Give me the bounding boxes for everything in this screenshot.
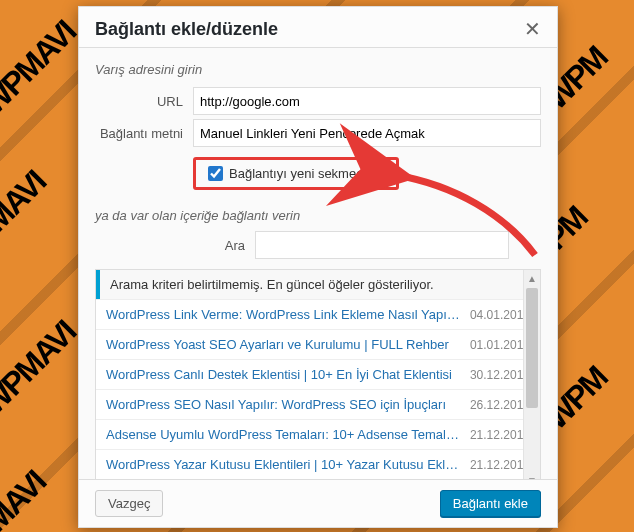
scroll-up-icon[interactable]: ▲ [524,270,540,286]
new-tab-label: Bağlantıyı yeni sekmede aç [229,166,388,181]
link-modal: Bağlantı ekle/düzenle ✕ Varış adresini g… [78,6,558,528]
list-item-date: 04.01.2017 [460,308,530,322]
list-info-banner: Arama kriteri belirtilmemiş. En güncel ö… [96,270,540,299]
list-item-title: WordPress SEO Nasıl Yapılır: WordPress S… [106,397,460,412]
list-item-date: 21.12.2016 [460,458,530,472]
search-row: Ara [95,231,541,259]
url-input[interactable] [193,87,541,115]
existing-content-hint: ya da var olan içeriğe bağlantı verin [95,208,541,223]
list-item[interactable]: Adsense Uyumlu WordPress Temaları: 10+ A… [96,419,540,449]
cancel-button[interactable]: Vazgeç [95,490,163,517]
list-item[interactable]: WordPress Canlı Destek Eklentisi | 10+ E… [96,359,540,389]
list-item[interactable]: WordPress Yoast SEO Ayarları ve Kurulumu… [96,329,540,359]
list-item-date: 26.12.2016 [460,398,530,412]
recent-items-list: Arama kriteri belirtilmemiş. En güncel ö… [95,269,541,489]
list-item-title: WordPress Yoast SEO Ayarları ve Kurulumu… [106,337,460,352]
url-row: URL [95,87,541,115]
list-item-title: WordPress Yazar Kutusu Eklentileri | 10+… [106,457,460,472]
link-text-label: Bağlantı metni [95,126,193,141]
new-tab-checkbox[interactable] [208,166,223,181]
scroll-thumb[interactable] [526,288,538,408]
list-item[interactable]: WordPress Link Verme: WordPress Link Ekl… [96,299,540,329]
modal-body: Varış adresini girin URL Bağlantı metni … [79,48,557,489]
list-item-title: WordPress Link Verme: WordPress Link Ekl… [106,307,460,322]
list-item-title: WordPress Canlı Destek Eklentisi | 10+ E… [106,367,460,382]
destination-hint: Varış adresini girin [95,62,541,77]
list-item-date: 30.12.2016 [460,368,530,382]
search-input[interactable] [255,231,509,259]
list-items: WordPress Link Verme: WordPress Link Ekl… [96,299,540,489]
new-tab-row: Bağlantıyı yeni sekmede aç [193,157,399,190]
url-label: URL [95,94,193,109]
close-icon[interactable]: ✕ [524,17,541,41]
modal-header: Bağlantı ekle/düzenle ✕ [79,7,557,48]
link-text-input[interactable] [193,119,541,147]
list-item-date: 01.01.2017 [460,338,530,352]
modal-footer: Vazgeç Bağlantı ekle [79,479,557,527]
scrollbar[interactable]: ▲ ▼ [523,270,540,488]
link-text-row: Bağlantı metni [95,119,541,147]
search-label: Ara [95,238,255,253]
list-item[interactable]: WordPress Yazar Kutusu Eklentileri | 10+… [96,449,540,479]
modal-title: Bağlantı ekle/düzenle [95,19,278,40]
list-item-date: 21.12.2016 [460,428,530,442]
list-item[interactable]: WordPress SEO Nasıl Yapılır: WordPress S… [96,389,540,419]
list-item-title: Adsense Uyumlu WordPress Temaları: 10+ A… [106,427,460,442]
submit-button[interactable]: Bağlantı ekle [440,490,541,517]
